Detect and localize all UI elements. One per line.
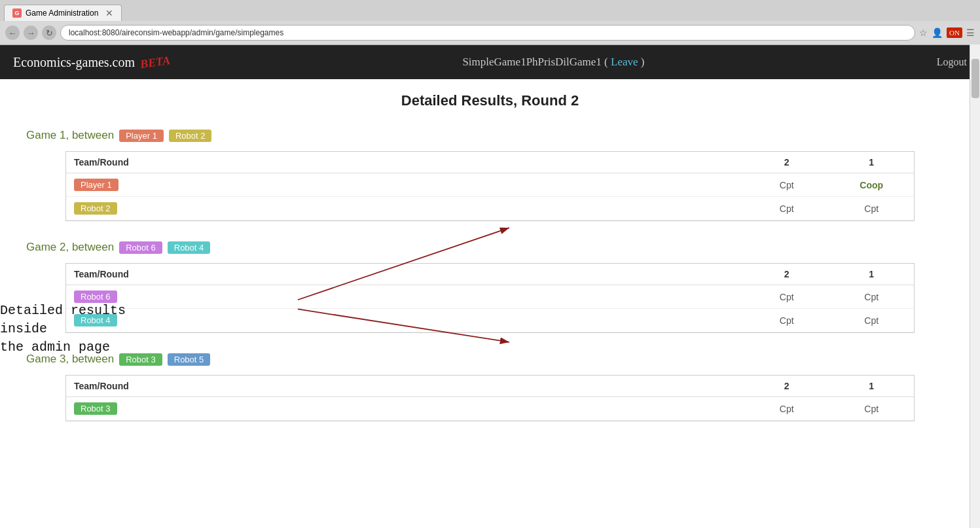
active-tab[interactable]: G Game Administration ✕ [4, 5, 122, 21]
app-navbar: Economics-games.com BETA SimpleGame1PhPr… [0, 45, 980, 79]
annotation-text: Detailed results inside the admin page [0, 302, 170, 357]
robot3-r2: Cpt [744, 397, 829, 421]
robot2-cell: Robot 2 [66, 197, 744, 220]
player1-r1: Coop [829, 173, 915, 197]
table-row: Player 1 Cpt Coop [66, 173, 914, 197]
robot2-r1: Cpt [829, 197, 915, 220]
game-1-player-1-badge: Player 1 [119, 130, 164, 142]
team-round-header: Team/Round [66, 152, 744, 173]
brand-text: Economics-games.com [13, 55, 135, 70]
main-content: Detailed Results, Round 2 Detailed resul… [0, 79, 980, 454]
player1-cell: Player 1 [66, 173, 744, 197]
game-name: SimpleGame1PhPrisDilGame1 [462, 56, 601, 68]
table-header-row: Team/Round 2 1 [66, 152, 914, 173]
forward-button[interactable]: → [24, 26, 38, 40]
scrollbar-thumb[interactable] [971, 59, 979, 98]
game-3-table-wrap: Team/Round 2 1 Robot 3 Cpt Cpt [65, 375, 915, 421]
toolbar-icons: ☆ 👤 ON ☰ [919, 27, 975, 39]
round-2-header: 2 [744, 376, 829, 397]
player-1-badge: Player 1 [74, 179, 118, 191]
game-2-table-wrap: Team/Round 2 1 Robot 6 Cpt Cpt [65, 263, 915, 333]
game-2-header: Game 2, between Robot 6 Robot 4 [26, 241, 954, 254]
round-1-header: 1 [829, 376, 915, 397]
app-center-info: SimpleGame1PhPrisDilGame1 ( Leave ) [170, 56, 937, 69]
robot3-cell: Robot 3 [66, 397, 744, 421]
game-1-section: Game 1, between Player 1 Robot 2 Team/Ro… [26, 129, 954, 221]
back-button[interactable]: ← [5, 26, 20, 40]
game-3-table: Team/Round 2 1 Robot 3 Cpt Cpt [66, 376, 914, 421]
game-1-robot-2-badge: Robot 2 [169, 130, 212, 142]
game-1-table: Team/Round 2 1 Player 1 Cpt Coop [66, 152, 914, 220]
game-3-section: Game 3, between Robot 3 Robot 5 Team/Rou… [26, 353, 954, 421]
round-2-header: 2 [744, 152, 829, 173]
game-2-robot-4-badge: Robot 4 [168, 241, 211, 254]
robot2-r2: Cpt [744, 197, 829, 220]
tab-title: Game Administration [26, 9, 98, 18]
table-row: Robot 6 Cpt Cpt [66, 285, 914, 309]
robot6-r1: Cpt [829, 285, 915, 309]
reload-button[interactable]: ↻ [42, 26, 56, 40]
url-input[interactable]: localhost:8080/aireconsim-webapp/admin/g… [60, 25, 915, 41]
bookmark-icon[interactable]: ☆ [919, 27, 928, 39]
logout-button[interactable]: Logout [937, 56, 967, 68]
scrollbar[interactable] [970, 44, 980, 454]
tab-close-button[interactable]: ✕ [105, 8, 113, 18]
page-title: Detailed Results, Round 2 [26, 92, 954, 109]
url-text: localhost:8080/aireconsim-webapp/admin/g… [69, 28, 283, 37]
game-3-robot-5-badge: Robot 5 [168, 353, 211, 366]
close-paren: ) [641, 56, 645, 68]
game-2-robot-6-badge: Robot 6 [119, 241, 162, 254]
round-1-header: 1 [829, 152, 915, 173]
round-1-header: 1 [829, 264, 915, 285]
game-1-header: Game 1, between Player 1 Robot 2 [26, 129, 954, 142]
team-round-header: Team/Round [66, 264, 744, 285]
table-row: Robot 2 Cpt Cpt [66, 197, 914, 220]
account-icon[interactable]: 👤 [932, 27, 943, 39]
beta-badge: BETA [139, 53, 172, 71]
game-1-label: Game 1, between [26, 129, 114, 142]
robot-3-badge: Robot 3 [74, 402, 117, 415]
round-2-header: 2 [744, 264, 829, 285]
table-row: Robot 3 Cpt Cpt [66, 397, 914, 421]
player1-r2: Cpt [744, 173, 829, 197]
table-header-row: Team/Round 2 1 [66, 264, 914, 285]
app-brand: Economics-games.com BETA [13, 55, 170, 70]
address-bar: ← → ↻ localhost:8080/aireconsim-webapp/a… [0, 21, 980, 44]
team-round-header: Team/Round [66, 376, 744, 397]
robot6-r2: Cpt [744, 285, 829, 309]
extensions-icon[interactable]: ON [947, 27, 962, 38]
game-2-table: Team/Round 2 1 Robot 6 Cpt Cpt [66, 264, 914, 332]
robot3-r1: Cpt [829, 397, 915, 421]
separator: ( [604, 56, 608, 68]
robot-2-badge: Robot 2 [74, 202, 117, 215]
table-row: Robot 4 Cpt Cpt [66, 309, 914, 332]
leave-link[interactable]: Leave [611, 56, 638, 68]
tab-favicon: G [12, 9, 22, 18]
robot4-r1: Cpt [829, 309, 915, 332]
menu-icon[interactable]: ☰ [966, 27, 975, 39]
game-2-label: Game 2, between [26, 241, 114, 254]
game-1-table-wrap: Team/Round 2 1 Player 1 Cpt Coop [65, 151, 915, 221]
tab-bar: G Game Administration ✕ [0, 0, 980, 21]
robot4-r2: Cpt [744, 309, 829, 332]
table-header-row: Team/Round 2 1 [66, 376, 914, 397]
browser-chrome: G Game Administration ✕ ← → ↻ localhost:… [0, 0, 980, 45]
